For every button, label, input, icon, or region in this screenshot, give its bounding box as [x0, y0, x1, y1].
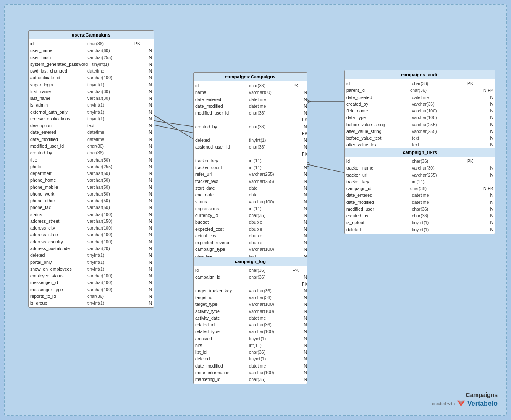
table-row: budgetdoubleN — [195, 219, 305, 225]
table-row: user_namevarchar(60)N — [30, 47, 152, 54]
table-row: idchar(36)PK — [195, 267, 305, 274]
table-body-campaign-trkrs: idchar(36)PK tracker_namevarchar(30)N tr… — [345, 157, 495, 234]
table-row: photovarchar(255)N — [30, 163, 152, 170]
table-row: refer_urlvarchar(255)N — [195, 171, 305, 177]
svg-line-1 — [152, 125, 194, 133]
table-row: idchar(36)PK — [195, 82, 305, 89]
table-row: tracker_keyint(11) — [346, 178, 493, 185]
table-row: deletedtinyint(1)N — [346, 226, 493, 233]
table-row: modified_user_idchar(36)N FK — [195, 110, 305, 123]
table-row: field_namevarchar(100)N — [346, 107, 493, 114]
table-row: address_statevarchar(100)N — [30, 231, 152, 238]
table-row: last_namevarchar(30)N — [30, 95, 152, 102]
table-row: external_auth_onlytinyint(1)N — [30, 109, 152, 115]
table-row: first_namevarchar(30)N — [30, 88, 152, 95]
table-row: created_byvarchar(36)N — [346, 101, 493, 107]
table-row: marketing_idchar(36)N — [195, 376, 305, 383]
table-row: before_value_stringvarchar(255)N — [346, 121, 493, 128]
table-row: address_cityvarchar(100)N — [30, 224, 152, 231]
table-row: before_value_texttextN — [346, 135, 493, 141]
table-row: messenger_typevarchar(100)N — [30, 286, 152, 293]
table-row: deletedtinyint(1)N — [195, 137, 305, 143]
table-body-campaigns-audit: idchar(36)PK parent_idchar(36)N FK date_… — [345, 79, 495, 149]
table-header-campaign-trkrs: campaign_trkrs — [345, 148, 495, 157]
table-campaigns-campaigns: campaigns:Campaigns idchar(36)PK namevar… — [193, 72, 307, 274]
svg-line-0 — [152, 120, 194, 127]
table-body-campaigns: idchar(36)PK namevarchar(50)N date_enter… — [194, 81, 307, 274]
vertabelo-brand: created with Vertabelo — [432, 399, 498, 408]
table-row: is_grouptinyint(1)N — [30, 300, 152, 306]
table-row: target_typevarchar(100)N — [195, 301, 305, 308]
svg-line-4 — [307, 164, 345, 173]
svg-line-10 — [307, 102, 311, 103]
table-campaigns-audit: campaigns_audit idchar(36)PK parent_idch… — [344, 70, 495, 150]
table-row: system_generated_passwordtinyint(1)N — [30, 61, 152, 68]
table-row: statusvarchar(100)N — [30, 211, 152, 218]
table-row: date_modifieddatetimeN — [195, 363, 305, 369]
table-row: assigned_user_idchar(36)N FK — [195, 143, 305, 157]
table-row: deletedtinyint(1)N — [30, 252, 152, 258]
table-row: after_value_stringvarchar(255)N — [346, 128, 493, 135]
table-row: more_informationvarchar(100)N — [195, 369, 305, 376]
table-row: departmentvarchar(50)N — [30, 170, 152, 177]
table-row: modified_user_idchar(36)N — [30, 143, 152, 149]
table-row: date_modifieddatetimeN — [195, 103, 305, 110]
table-row: campaign_typevarchar(100)N — [195, 246, 305, 253]
created-with-text: created with — [432, 402, 455, 406]
table-row: phone_mobilevarchar(50)N — [30, 184, 152, 190]
table-row: activity_datedatetimeN — [195, 315, 305, 321]
table-row: list_idchar(36)N — [195, 349, 305, 355]
table-row: authenticate_idvarchar(100)N — [30, 74, 152, 81]
table-row: hitsint(11)N — [195, 342, 305, 349]
table-row: related_idvarchar(36)N — [195, 321, 305, 328]
table-row: phone_workvarchar(50)N — [30, 190, 152, 197]
table-row: modified_user_ichar(36)N — [346, 206, 493, 212]
table-row: idchar(36)PK — [346, 80, 493, 87]
table-users-campaigns: users:Campaigns idchar(36)PK user_nameva… — [28, 30, 154, 308]
table-row: activity_typevarchar(100)N — [195, 308, 305, 315]
table-row: archivedtinyint(1)N — [195, 335, 305, 342]
table-row: created_bychar(36)N — [346, 212, 493, 219]
table-row: tracker_keyint(11) — [195, 157, 305, 164]
table-row: address_postalcodevarchar(20)N — [30, 245, 152, 252]
table-row: statusvarchar(100)N — [195, 198, 305, 205]
table-header-users: users:Campaigns — [29, 31, 154, 39]
table-row: campaign_idchar(36)N FK — [346, 185, 493, 192]
table-row: currency_idchar(36)N — [195, 212, 305, 219]
table-row: campaign_idchar(36)N FK — [195, 274, 305, 287]
table-row: phone_othervarchar(50)N — [30, 197, 152, 204]
table-row: start_datedateN — [195, 185, 305, 191]
table-row: address_countryvarchar(100)N — [30, 238, 152, 245]
table-row: actual_costdoubleN — [195, 232, 305, 239]
table-row: phone_homevarchar(50)N — [30, 177, 152, 183]
table-header-campaign-log: campaign_log — [194, 257, 307, 266]
table-row: descriptiontextN — [30, 122, 152, 129]
table-row: date_entereddatetimeN — [30, 129, 152, 136]
watermark: Campaigns created with Vertabelo — [432, 391, 498, 408]
table-row: deletedtinyint(1)N — [195, 355, 305, 362]
table-row: portal_onlytinyint(1)N — [30, 259, 152, 266]
table-row: date_createddatetimeN — [346, 94, 493, 101]
table-row: created_bychar(36)N — [30, 149, 152, 156]
table-row: receive_notificationstinyint(1)N — [30, 115, 152, 122]
table-row: reports_to_idchar(36)N — [30, 293, 152, 300]
table-header-campaigns-audit: campaigns_audit — [345, 70, 495, 79]
table-row: address_streetvarchar(150)N — [30, 218, 152, 224]
table-row: date_entereddatetimeN — [346, 192, 493, 198]
vertabelo-text: Vertabelo — [467, 400, 498, 407]
table-row: target_idvarchar(36)N — [195, 294, 305, 301]
table-row: user_hashvarchar(255)N — [30, 54, 152, 61]
table-row: employee_statusvarchar(100)N — [30, 272, 152, 279]
table-header-campaigns: campaigns:Campaigns — [194, 73, 307, 81]
vertabelo-icon — [456, 399, 466, 408]
table-row: titlevarchar(50)N — [30, 157, 152, 163]
table-row: parent_idchar(36)N FK — [346, 87, 493, 94]
svg-line-2 — [152, 114, 194, 139]
table-row: namevarchar(50)N — [195, 89, 305, 96]
table-body-campaign-log: idchar(36)PK campaign_idchar(36)N FK tar… — [194, 266, 307, 384]
svg-line-9 — [307, 100, 311, 102]
table-row: is_admintinyint(1)N — [30, 102, 152, 108]
table-row: end_datedateN — [195, 191, 305, 198]
table-row: data_typevarchar(100)N — [346, 114, 493, 121]
table-row: impressionsint(11)N — [195, 205, 305, 212]
